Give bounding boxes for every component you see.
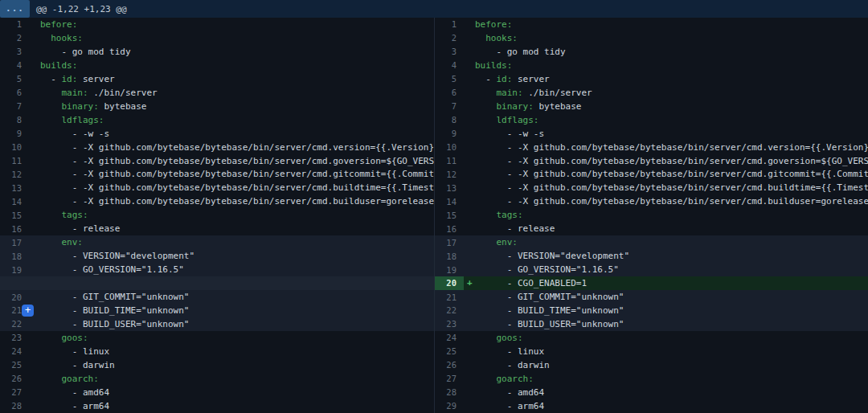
line-number[interactable]: 24 xyxy=(435,333,464,342)
line-number[interactable]: 16 xyxy=(435,224,464,234)
code-line: ldflags: xyxy=(464,115,538,125)
diff-right-column: 1before:2 hooks:3 - go mod tidy4builds:5… xyxy=(434,18,868,413)
line-number[interactable]: 22 xyxy=(435,305,464,315)
code-line: - -X github.com/bytebase/bytebase/bin/se… xyxy=(464,169,868,179)
line-number[interactable]: 4 xyxy=(435,60,464,70)
line-number[interactable]: 16 xyxy=(0,224,29,234)
diff-row: 21 - GIT_COMMIT="unknown" xyxy=(435,290,868,304)
diff-row: 7 binary: bytebase xyxy=(435,100,868,113)
line-number[interactable]: 28 xyxy=(435,387,464,397)
line-number[interactable]: 23 xyxy=(0,333,29,342)
line-number[interactable]: 12 xyxy=(0,170,29,179)
line-number[interactable]: 27 xyxy=(0,387,29,397)
line-number[interactable]: 5 xyxy=(0,74,29,84)
line-number[interactable]: 2 xyxy=(0,33,29,43)
expand-diff-button[interactable]: ... xyxy=(0,0,30,18)
line-number[interactable]: 17 xyxy=(0,238,29,247)
line-number[interactable]: 1 xyxy=(0,19,29,29)
diff-row: 15 tags: xyxy=(0,208,434,222)
diff-row: 9 - -w -s xyxy=(0,127,434,141)
line-number[interactable]: 21 xyxy=(435,292,464,302)
line-number[interactable]: 28 xyxy=(0,401,29,411)
line-number[interactable]: 10 xyxy=(0,142,29,152)
diff-row: 26 goarch: xyxy=(0,372,434,386)
line-number[interactable]: 17 xyxy=(435,238,464,247)
line-number[interactable]: 25 xyxy=(0,360,29,370)
diff-row: 19 - GO_VERSION="1.16.5" xyxy=(0,263,434,276)
yaml-key-token: tags: xyxy=(497,210,523,220)
line-number[interactable]: 26 xyxy=(0,374,29,383)
line-number[interactable]: 3 xyxy=(0,47,29,56)
diff-row: 2 hooks: xyxy=(0,31,434,45)
yaml-key-token: hooks: xyxy=(51,33,83,43)
diff-row: 4builds: xyxy=(435,59,868,72)
line-number[interactable]: 9 xyxy=(435,129,464,138)
line-number[interactable]: 25 xyxy=(435,346,464,356)
line-number[interactable]: 26 xyxy=(435,360,464,370)
line-number[interactable]: 7 xyxy=(0,101,29,111)
code-line: - GO_VERSION="1.16.5" xyxy=(464,264,619,275)
line-number[interactable]: 24 xyxy=(0,346,29,356)
line-number[interactable]: 4 xyxy=(0,60,29,70)
added-line-plus-icon: + xyxy=(467,276,473,290)
line-number[interactable]: 5 xyxy=(435,74,464,84)
code-line: - go mod tidy xyxy=(464,47,566,57)
code-line: - linux xyxy=(29,346,109,357)
line-number[interactable]: 14 xyxy=(435,197,464,206)
diff-row: 14 - -X github.com/bytebase/bytebase/bin… xyxy=(0,194,434,208)
diff-row: 8 ldflags: xyxy=(0,113,434,127)
code-line: ldflags: xyxy=(29,115,104,125)
line-number[interactable]: 6 xyxy=(435,88,464,97)
line-number[interactable]: 27 xyxy=(435,374,464,383)
diff-row: 3 - go mod tidy xyxy=(435,45,868,59)
code-text-token: - -X github.com/bytebase/bytebase/bin/se… xyxy=(40,142,434,153)
line-number[interactable]: 14 xyxy=(0,197,29,206)
line-number[interactable]: 8 xyxy=(435,115,464,125)
diff-row: 25 - linux xyxy=(435,345,868,358)
code-line: binary: bytebase xyxy=(464,101,581,112)
line-number[interactable]: 13 xyxy=(435,183,464,193)
line-number[interactable]: 22 xyxy=(0,319,29,329)
line-number[interactable]: 12 xyxy=(435,170,464,179)
yaml-key-token: goos: xyxy=(62,333,88,343)
diff-row: 27 goarch: xyxy=(435,372,868,386)
code-text-token: - -X github.com/bytebase/bytebase/bin/se… xyxy=(40,156,434,166)
code-line: tags: xyxy=(464,210,523,220)
line-number[interactable]: 3 xyxy=(435,47,464,56)
line-number[interactable]: 15 xyxy=(435,211,464,220)
line-number[interactable]: 15 xyxy=(0,211,29,220)
diff-row: 6 main: ./bin/server xyxy=(0,86,434,100)
line-number[interactable]: 23 xyxy=(435,319,464,329)
line-number[interactable]: 11 xyxy=(435,156,464,166)
code-text-token: - linux xyxy=(475,346,544,357)
code-line: - BUILD_USER="unknown" xyxy=(464,319,624,329)
line-number[interactable]: 9 xyxy=(0,129,29,138)
line-number[interactable]: 19 xyxy=(435,265,464,275)
line-number[interactable]: 20 xyxy=(0,292,29,302)
line-number[interactable]: 2 xyxy=(435,33,464,43)
line-number[interactable]: 13 xyxy=(0,183,29,193)
line-number[interactable]: 18 xyxy=(0,251,29,261)
code-line: - -w -s xyxy=(464,129,544,139)
line-number[interactable]: 8 xyxy=(0,115,29,125)
yaml-key-token: builds: xyxy=(475,60,512,71)
code-text-token: - arm64 xyxy=(475,401,544,411)
line-number[interactable]: 6 xyxy=(0,88,29,97)
code-line: env: xyxy=(29,237,83,247)
code-line: - id: server xyxy=(29,74,115,84)
add-comment-button[interactable]: + xyxy=(22,305,34,317)
diff-row: 12 - -X github.com/bytebase/bytebase/bin… xyxy=(435,167,868,181)
line-number[interactable]: 19 xyxy=(0,265,29,275)
line-number[interactable]: 29 xyxy=(435,401,464,411)
yaml-key-token: before: xyxy=(40,19,77,30)
line-number[interactable]: 20 xyxy=(435,276,464,290)
line-number[interactable]: 11 xyxy=(0,156,29,166)
code-line: - -X github.com/bytebase/bytebase/bin/se… xyxy=(464,196,868,206)
line-number[interactable]: 7 xyxy=(435,101,464,111)
line-number[interactable]: 1 xyxy=(435,19,464,29)
line-number[interactable]: 10 xyxy=(435,142,464,152)
hunk-header-bar: ... @@ -1,22 +1,23 @@ xyxy=(0,0,868,18)
code-text-token: - -X github.com/bytebase/bytebase/bin/se… xyxy=(40,169,434,179)
line-number[interactable]: 18 xyxy=(435,251,464,261)
diff-row: 6 main: ./bin/server xyxy=(435,86,868,100)
